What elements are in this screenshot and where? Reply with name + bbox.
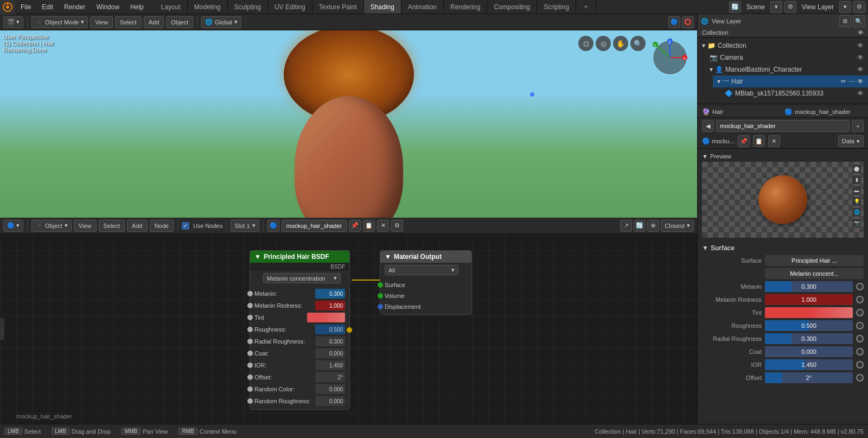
- preview-sphere-btn[interactable]: ⬤: [852, 164, 861, 174]
- preview-world-btn[interactable]: 🌐: [852, 207, 861, 217]
- radial-roughness-prop-bar[interactable]: 0.300: [765, 333, 853, 344]
- data-dropdown[interactable]: Data ▾: [838, 135, 864, 147]
- roughness-row[interactable]: Roughness: 0.500: [250, 323, 349, 335]
- object-btn[interactable]: Object: [166, 16, 193, 28]
- node-fit-btn[interactable]: ↗: [620, 220, 632, 232]
- transform-dropdown[interactable]: 🌐 Global ▾: [201, 16, 241, 28]
- tab-shading[interactable]: Shading: [364, 0, 401, 14]
- ior-row[interactable]: IOR: 1.450: [250, 359, 349, 371]
- node-sync-btn[interactable]: 🔄: [634, 220, 646, 232]
- zoom-icon[interactable]: ◎: [596, 36, 611, 51]
- shader-prev-btn[interactable]: ◀: [702, 120, 714, 132]
- data-close-btn[interactable]: ✕: [768, 135, 780, 147]
- shader-name-display[interactable]: mockup_hair_shader: [282, 220, 347, 232]
- use-nodes-checkbox[interactable]: ✓: [182, 222, 189, 230]
- tab-uv-editing[interactable]: UV Editing: [268, 0, 312, 14]
- tab-scripting[interactable]: Scripting: [537, 0, 576, 14]
- offset-prop-bar[interactable]: 2°: [765, 372, 853, 383]
- shader-pin-btn[interactable]: 📌: [349, 220, 361, 232]
- editor-type-dropdown[interactable]: 🎬 ▾: [3, 16, 23, 28]
- radial-roughness-row[interactable]: Radial Roughness: 0.300: [250, 335, 349, 347]
- character-eye[interactable]: 👁: [857, 66, 864, 73]
- mblab-eye[interactable]: 👁: [857, 90, 864, 97]
- offset-row[interactable]: Offset: 2°: [250, 371, 349, 383]
- node-object-dropdown[interactable]: ◾ Object ▾: [31, 220, 72, 232]
- outliner-item-mblab[interactable]: 🔷 MBlab_sk1571852560.135933 👁: [720, 87, 868, 99]
- menu-edit[interactable]: Edit: [36, 0, 59, 14]
- melanin-mode-dropdown[interactable]: Melanin concentration ▾: [263, 273, 341, 283]
- scene-settings[interactable]: ⚙: [784, 1, 796, 13]
- node-node-btn[interactable]: Node: [150, 220, 174, 232]
- view-btn[interactable]: View: [90, 16, 113, 28]
- menu-help[interactable]: Help: [125, 0, 149, 14]
- viewlayer-settings[interactable]: ⚙: [853, 1, 865, 13]
- collection-eye[interactable]: 👁: [857, 42, 864, 49]
- roughness-prop-bar[interactable]: 0.500: [765, 320, 853, 331]
- coat-row[interactable]: Coat: 0.000: [250, 347, 349, 359]
- output-dropdown[interactable]: All ▾: [385, 265, 458, 275]
- closest-dropdown[interactable]: Closest ▾: [661, 220, 694, 232]
- node-add-btn[interactable]: Add: [127, 220, 148, 232]
- material-output-node[interactable]: ▼ Material Output All ▾ Surface Volume: [380, 250, 472, 315]
- select-btn[interactable]: Select: [115, 16, 142, 28]
- random-color-row[interactable]: Random Color: 0.000: [250, 383, 349, 395]
- viewport-gizmo[interactable]: X Y Z: [648, 36, 692, 79]
- shader-close-btn[interactable]: ✕: [377, 220, 389, 232]
- melanin-conc-bar[interactable]: Melanin concent...: [765, 268, 864, 279]
- data-pin-btn[interactable]: 📌: [738, 135, 750, 147]
- melanin-redness-row[interactable]: Melanin Redness: 1.000: [250, 300, 349, 312]
- outliner-item-collection[interactable]: ▾ 📁 Collection 👁: [698, 40, 868, 52]
- eye-col-icon[interactable]: 👁: [858, 29, 864, 36]
- viewlayer-dropdown[interactable]: ▾: [839, 1, 851, 13]
- scene-dropdown[interactable]: ▾: [770, 1, 782, 13]
- tab-sculpting[interactable]: Sculpting: [228, 0, 268, 14]
- menu-render[interactable]: Render: [59, 0, 91, 14]
- melanin-row[interactable]: Melanin: 0.300: [250, 288, 349, 300]
- menu-window[interactable]: Window: [91, 0, 125, 14]
- shader-copy-btn[interactable]: 📋: [363, 220, 375, 232]
- surface-type-value[interactable]: Principled Hair ...: [765, 255, 864, 266]
- tab-compositing[interactable]: Compositing: [487, 0, 537, 14]
- random-roughness-row[interactable]: Random Roughness: 0.000: [250, 395, 349, 407]
- sync-btn[interactable]: 🔄: [729, 1, 741, 13]
- outliner-filter-btn[interactable]: ⚙: [839, 15, 851, 27]
- node-view-btn[interactable]: View: [74, 220, 97, 232]
- left-drag-handle[interactable]: ›: [0, 318, 4, 340]
- shader-settings-btn[interactable]: ⚙: [391, 220, 403, 232]
- node-select-btn[interactable]: Select: [99, 220, 125, 232]
- ior-prop-bar[interactable]: 1.450: [765, 359, 853, 370]
- tab-rendering[interactable]: Rendering: [444, 0, 487, 14]
- hair-eye-icon[interactable]: 👁: [857, 78, 864, 85]
- data-label-btn[interactable]: Data ▾: [838, 135, 864, 147]
- data-copy-btn[interactable]: 📋: [753, 135, 765, 147]
- viewport-render[interactable]: User Perspective (1) Collection | Hair R…: [0, 30, 697, 237]
- shader-type-icon[interactable]: 🔵: [267, 220, 279, 232]
- viewport-overlay-btn[interactable]: ⭕: [682, 16, 694, 28]
- outliner-item-camera[interactable]: 📷 Camera 👁: [705, 52, 868, 64]
- tab-animation[interactable]: Animation: [401, 0, 444, 14]
- shader-name-input[interactable]: [716, 120, 850, 132]
- zoom-fit-icon[interactable]: 🔍: [630, 36, 646, 51]
- camera-eye[interactable]: 👁: [857, 54, 864, 61]
- viewport-shading-btn[interactable]: 🔵: [668, 16, 680, 28]
- node-editor-type[interactable]: 🔵 ▾: [3, 220, 23, 232]
- tab-add[interactable]: ＋: [576, 0, 596, 14]
- shader-add-btn[interactable]: ＋: [852, 120, 864, 132]
- perspective-icon[interactable]: ⊡: [578, 36, 593, 51]
- pan-icon[interactable]: ✋: [613, 36, 628, 51]
- melanin-redness-prop-bar[interactable]: 1.000: [765, 294, 853, 305]
- object-mode-dropdown[interactable]: ◾ Object Mode ▾: [31, 16, 88, 28]
- slot-selector[interactable]: Slot 1 ▾: [231, 220, 259, 232]
- node-canvas[interactable]: › ▼ Principled Hair BSDF BSDF Melanin co…: [0, 234, 697, 424]
- preview-cam-btn[interactable]: 📷: [852, 218, 861, 228]
- outliner-item-hair[interactable]: ▾ 〰 Hair ✏ ⋯ 👁: [713, 75, 868, 87]
- tab-layout[interactable]: Layout: [155, 0, 188, 14]
- tint-prop-bar[interactable]: [765, 307, 853, 318]
- tint-row[interactable]: Tint: [250, 312, 349, 323]
- add-btn[interactable]: Add: [144, 16, 164, 28]
- outliner-search-btn[interactable]: 🔍: [853, 15, 865, 27]
- hair-edit-icon[interactable]: ✏: [841, 78, 846, 85]
- node-view-mode[interactable]: 👁: [647, 220, 659, 232]
- outliner-item-character[interactable]: ▾ 👤 ManuelBastioni_Character 👁: [705, 64, 868, 75]
- coat-prop-bar[interactable]: 0.000: [765, 346, 853, 357]
